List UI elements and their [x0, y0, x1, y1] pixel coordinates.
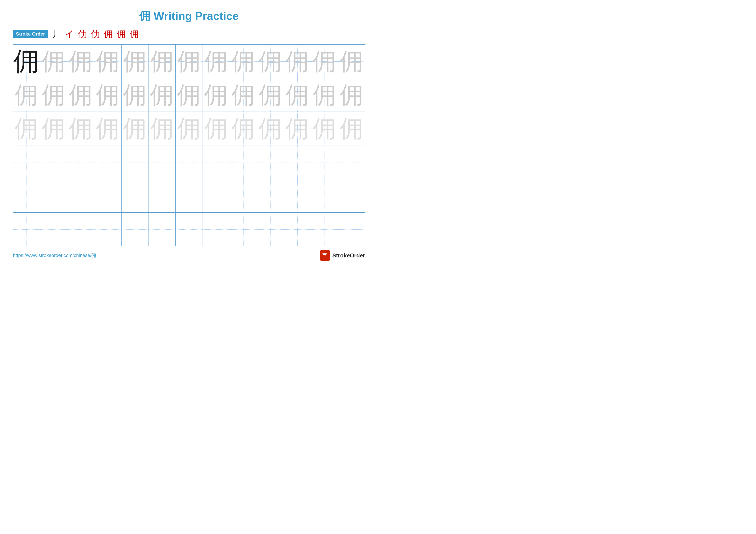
- stroke-4: 仂: [91, 28, 100, 40]
- cell-3-12[interactable]: 佣: [311, 112, 338, 145]
- brand-icon: 字: [320, 250, 330, 261]
- cell-1-13[interactable]: 佣: [338, 45, 365, 78]
- cell-1-10[interactable]: 佣: [257, 45, 284, 78]
- cell-6-9[interactable]: [230, 213, 257, 246]
- cell-1-3[interactable]: 佣: [67, 45, 94, 78]
- cell-1-9[interactable]: 佣: [230, 45, 257, 78]
- cell-3-3[interactable]: 佣: [67, 112, 94, 145]
- cell-1-12[interactable]: 佣: [311, 45, 338, 78]
- cell-2-3[interactable]: 佣: [67, 78, 94, 112]
- cell-6-10[interactable]: [257, 213, 284, 246]
- cell-5-5[interactable]: [122, 179, 149, 213]
- cell-6-12[interactable]: [311, 213, 338, 246]
- cell-5-1[interactable]: [13, 179, 40, 213]
- cell-3-10[interactable]: 佣: [257, 112, 284, 145]
- cell-3-6[interactable]: 佣: [148, 112, 176, 145]
- page-title: 佣 Writing Practice: [0, 0, 378, 28]
- grid-row-2: 佣 佣 佣 佣 佣 佣 佣 佣 佣 佣 佣 佣 佣: [13, 78, 365, 112]
- stroke-6: 佣: [117, 28, 126, 40]
- char-dark: 佣: [14, 48, 40, 74]
- stroke-1: 丿: [52, 28, 61, 40]
- cell-2-1[interactable]: 佣: [13, 78, 40, 112]
- cell-1-6[interactable]: 佣: [148, 45, 176, 78]
- cell-4-13[interactable]: [338, 145, 365, 179]
- cell-2-7[interactable]: 佣: [176, 78, 203, 112]
- stroke-7: 佣: [130, 28, 139, 40]
- cell-6-11[interactable]: [284, 213, 311, 246]
- cell-5-4[interactable]: [94, 179, 122, 213]
- grid-row-6: [13, 213, 365, 246]
- cell-6-3[interactable]: [67, 213, 94, 246]
- stroke-2: イ: [65, 28, 74, 40]
- cell-3-7[interactable]: 佣: [176, 112, 203, 145]
- cell-6-7[interactable]: [176, 213, 203, 246]
- cell-2-8[interactable]: 佣: [203, 78, 230, 112]
- cell-2-2[interactable]: 佣: [40, 78, 68, 112]
- cell-6-5[interactable]: [122, 213, 149, 246]
- cell-4-6[interactable]: [148, 145, 176, 179]
- cell-1-2[interactable]: 佣: [40, 45, 68, 78]
- cell-1-7[interactable]: 佣: [176, 45, 203, 78]
- cell-6-4[interactable]: [94, 213, 122, 246]
- cell-2-5[interactable]: 佣: [122, 78, 149, 112]
- cell-3-9[interactable]: 佣: [230, 112, 257, 145]
- cell-6-8[interactable]: [203, 213, 230, 246]
- cell-5-12[interactable]: [311, 179, 338, 213]
- cell-1-11[interactable]: 佣: [284, 45, 311, 78]
- footer-brand: 字 StrokeOrder: [320, 250, 365, 261]
- grid-row-3: 佣 佣 佣 佣 佣 佣 佣 佣 佣 佣 佣 佣 佣: [13, 112, 365, 145]
- cell-3-1[interactable]: 佣: [13, 112, 40, 145]
- cell-5-6[interactable]: [148, 179, 176, 213]
- stroke-5: 佣: [104, 28, 113, 40]
- cell-2-10[interactable]: 佣: [257, 78, 284, 112]
- cell-2-6[interactable]: 佣: [148, 78, 176, 112]
- cell-4-12[interactable]: [311, 145, 338, 179]
- cell-4-7[interactable]: [176, 145, 203, 179]
- cell-2-11[interactable]: 佣: [284, 78, 311, 112]
- cell-4-11[interactable]: [284, 145, 311, 179]
- cell-2-13[interactable]: 佣: [338, 78, 365, 112]
- cell-4-8[interactable]: [203, 145, 230, 179]
- grid-row-5: [13, 179, 365, 213]
- cell-3-4[interactable]: 佣: [94, 112, 122, 145]
- cell-4-5[interactable]: [122, 145, 149, 179]
- cell-3-13[interactable]: 佣: [338, 112, 365, 145]
- cell-2-9[interactable]: 佣: [230, 78, 257, 112]
- grid-row-4: [13, 145, 365, 179]
- cell-3-5[interactable]: 佣: [122, 112, 149, 145]
- cell-4-4[interactable]: [94, 145, 122, 179]
- cell-2-12[interactable]: 佣: [311, 78, 338, 112]
- cell-1-5[interactable]: 佣: [122, 45, 149, 78]
- cell-5-10[interactable]: [257, 179, 284, 213]
- footer-url[interactable]: https://www.strokeorder.com/chinese/佣: [13, 252, 96, 259]
- title-text: 佣 Writing Practice: [139, 10, 239, 22]
- stroke-order-badge: Stroke Order: [13, 30, 48, 38]
- cell-6-13[interactable]: [338, 213, 365, 246]
- cell-1-4[interactable]: 佣: [94, 45, 122, 78]
- cell-5-3[interactable]: [67, 179, 94, 213]
- cell-5-2[interactable]: [40, 179, 68, 213]
- cell-5-8[interactable]: [203, 179, 230, 213]
- cell-4-1[interactable]: [13, 145, 40, 179]
- footer: https://www.strokeorder.com/chinese/佣 字 …: [13, 250, 365, 261]
- brand-name: StrokeOrder: [332, 252, 365, 259]
- cell-2-4[interactable]: 佣: [94, 78, 122, 112]
- cell-5-11[interactable]: [284, 179, 311, 213]
- cell-4-9[interactable]: [230, 145, 257, 179]
- cell-6-1[interactable]: [13, 213, 40, 246]
- cell-1-8[interactable]: 佣: [203, 45, 230, 78]
- stroke-order-row: Stroke Order 丿 イ 仂 仂 佣 佣 佣: [0, 28, 378, 40]
- cell-3-2[interactable]: 佣: [40, 112, 68, 145]
- cell-4-3[interactable]: [67, 145, 94, 179]
- cell-5-7[interactable]: [176, 179, 203, 213]
- cell-5-9[interactable]: [230, 179, 257, 213]
- cell-6-2[interactable]: [40, 213, 68, 246]
- cell-4-2[interactable]: [40, 145, 68, 179]
- cell-6-6[interactable]: [148, 213, 176, 246]
- cell-3-11[interactable]: 佣: [284, 112, 311, 145]
- cell-1-1[interactable]: 佣: [13, 45, 40, 78]
- cell-3-8[interactable]: 佣: [203, 112, 230, 145]
- cell-5-13[interactable]: [338, 179, 365, 213]
- practice-grid: 佣 佣 佣 佣 佣 佣 佣 佣 佣 佣 佣 佣 佣 佣 佣 佣 佣 佣 佣 佣 …: [13, 44, 365, 246]
- cell-4-10[interactable]: [257, 145, 284, 179]
